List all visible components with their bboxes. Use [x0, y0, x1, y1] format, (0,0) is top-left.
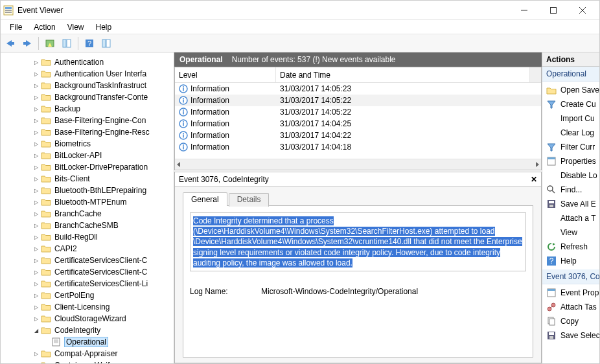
chevron-right-icon[interactable]: ▷ — [32, 199, 41, 205]
tree-item[interactable]: ▷Authentication User Interfa — [1, 68, 174, 80]
tree-item[interactable]: ▷BranchCache — [1, 208, 174, 220]
chevron-right-icon[interactable]: ▷ — [32, 130, 41, 135]
action-item[interactable]: Properties — [542, 154, 599, 168]
chevron-right-icon[interactable]: ▷ — [32, 363, 41, 364]
tree-item[interactable]: ▷BackgroundTaskInfrastruct — [1, 80, 174, 91]
chevron-right-icon[interactable]: ▷ — [32, 269, 41, 275]
chevron-right-icon[interactable]: ▷ — [32, 316, 41, 322]
tree-item[interactable]: ▷Build-RegDll — [1, 231, 174, 243]
menu-file[interactable]: File — [5, 21, 27, 33]
chevron-right-icon[interactable]: ▷ — [32, 95, 41, 100]
tree-item[interactable]: ▷Base-Filtering-Engine-Resc — [1, 126, 174, 138]
chevron-right-icon[interactable]: ▷ — [32, 293, 41, 299]
back-button[interactable] — [3, 36, 17, 51]
chevron-right-icon[interactable]: ▷ — [32, 153, 41, 159]
chevron-right-icon[interactable]: ▷ — [32, 211, 41, 217]
action-item[interactable]: Find... — [542, 183, 599, 197]
chevron-right-icon[interactable]: ▷ — [32, 71, 41, 77]
horizontal-scrollbar[interactable] — [175, 159, 541, 170]
forward-button[interactable] — [20, 36, 34, 51]
event-row[interactable]: Information31/03/2017 14:05:22 — [175, 95, 541, 106]
tree-item[interactable]: ▷Bits-Client — [1, 173, 174, 185]
tree-item[interactable]: ▷CertificateServicesClient-Li — [1, 278, 174, 290]
tree-item[interactable]: ▷BitLocker-API — [1, 150, 174, 161]
action-item[interactable]: Filter Curr — [542, 140, 599, 154]
tree-item[interactable]: ▷Containers-Wcifs — [1, 359, 174, 363]
col-date[interactable]: Date and Time — [276, 67, 530, 82]
tree-item[interactable]: ▷CertificateServicesClient-C — [1, 266, 174, 278]
event-row[interactable]: Information31/03/2017 14:05:22 — [175, 106, 541, 118]
minimize-button[interactable] — [509, 1, 538, 19]
action-item[interactable]: View — [542, 225, 599, 240]
chevron-right-icon[interactable]: ▷ — [32, 188, 41, 194]
action-item[interactable]: Open Save — [542, 83, 599, 97]
tree-item[interactable]: ▷Bluetooth-BthLEPrepairing — [1, 185, 174, 196]
toolbar-btn-6[interactable] — [99, 36, 113, 51]
menu-action[interactable]: Action — [29, 21, 60, 33]
tree-item[interactable]: ▷BranchCacheSMB — [1, 220, 174, 231]
chevron-right-icon[interactable]: ▷ — [32, 258, 41, 264]
tree-item[interactable]: ▷CertPolEng — [1, 290, 174, 301]
action-item[interactable]: Disable Lo — [542, 168, 599, 183]
toolbar-btn-3[interactable] — [43, 36, 57, 51]
event-row[interactable]: Information31/03/2017 14:04:22 — [175, 130, 541, 141]
tree-item[interactable]: ▷CertificateServicesClient-C — [1, 255, 174, 266]
action-item[interactable]: Copy — [542, 314, 599, 328]
tab-general[interactable]: General — [183, 192, 227, 206]
event-row[interactable]: Information31/03/2017 14:04:18 — [175, 141, 541, 153]
action-item[interactable]: Attach a T — [542, 211, 599, 225]
detail-close-button[interactable]: ✕ — [531, 175, 537, 184]
menu-view[interactable]: View — [62, 21, 89, 33]
event-row[interactable]: Information31/03/2017 14:05:23 — [175, 83, 541, 95]
chevron-right-icon[interactable]: ▷ — [32, 304, 41, 310]
tree-item[interactable]: ▷BackgroundTransfer-Conte — [1, 91, 174, 103]
chevron-right-icon[interactable]: ▷ — [32, 351, 41, 357]
chevron-right-icon[interactable]: ▷ — [32, 141, 41, 147]
action-item[interactable]: Save All E — [542, 197, 599, 211]
tree-item[interactable]: ▷BitLocker-DrivePreparation — [1, 161, 174, 173]
action-item[interactable]: Refresh — [542, 240, 599, 254]
chevron-right-icon[interactable]: ▷ — [32, 176, 41, 182]
chevron-right-icon[interactable]: ▷ — [32, 60, 41, 65]
scroll-left-icon[interactable] — [176, 162, 181, 167]
chevron-down-icon[interactable]: ◢ — [32, 328, 41, 334]
navigation-tree[interactable]: ▷Authentication▷Authentication User Inte… — [1, 52, 174, 363]
chevron-right-icon[interactable]: ▷ — [32, 281, 41, 287]
action-item[interactable]: Event Prop — [542, 286, 599, 300]
scroll-right-icon[interactable] — [535, 162, 540, 167]
tab-details[interactable]: Details — [229, 193, 270, 207]
tree-item[interactable]: ▷CloudStorageWizard — [1, 313, 174, 324]
chevron-right-icon[interactable]: ▷ — [32, 223, 41, 229]
tree-item[interactable]: ▷Compat-Appraiser — [1, 348, 174, 359]
maximize-button[interactable] — [538, 1, 568, 19]
action-item[interactable]: Save Selec — [542, 328, 599, 343]
events-body[interactable]: Information31/03/2017 14:05:23Informatio… — [175, 83, 541, 159]
action-item[interactable]: ?Help — [542, 254, 599, 268]
toolbar-help-button[interactable]: ? — [82, 36, 97, 51]
tree-item[interactable]: ▷Biometrics — [1, 138, 174, 150]
tree-item[interactable]: ▷Backup — [1, 103, 174, 115]
tree-item[interactable]: ▷Authentication — [1, 56, 174, 68]
chevron-right-icon[interactable]: ▷ — [32, 118, 41, 124]
col-level[interactable]: Level — [175, 67, 276, 82]
tree-item[interactable]: ▷CAPI2 — [1, 243, 174, 255]
action-item[interactable]: Clear Log — [542, 126, 599, 140]
tree-item[interactable]: ◢CodeIntegrity — [1, 324, 174, 336]
event-row[interactable]: Information31/03/2017 14:04:25 — [175, 118, 541, 130]
action-item[interactable]: Create Cu — [542, 97, 599, 111]
tree-item[interactable]: ▷Client-Licensing — [1, 301, 174, 313]
chevron-right-icon[interactable]: ▷ — [32, 246, 41, 252]
chevron-right-icon[interactable]: ▷ — [32, 83, 41, 89]
chevron-right-icon[interactable]: ▷ — [32, 234, 41, 240]
chevron-right-icon[interactable]: ▷ — [32, 106, 41, 112]
close-button[interactable] — [568, 1, 597, 19]
menu-help[interactable]: Help — [91, 21, 117, 33]
toolbar-btn-4[interactable] — [60, 36, 74, 51]
tree-item-operational[interactable]: Operational — [1, 336, 174, 348]
action-item[interactable]: Attach Tas — [542, 300, 599, 314]
event-message[interactable]: Code Integrity determined that a process… — [190, 212, 526, 271]
tree-item[interactable]: ▷Bluetooth-MTPEnum — [1, 196, 174, 208]
action-item[interactable]: Import Cu — [542, 111, 599, 126]
chevron-right-icon[interactable]: ▷ — [32, 165, 41, 170]
tree-item[interactable]: ▷Base-Filtering-Engine-Con — [1, 115, 174, 126]
